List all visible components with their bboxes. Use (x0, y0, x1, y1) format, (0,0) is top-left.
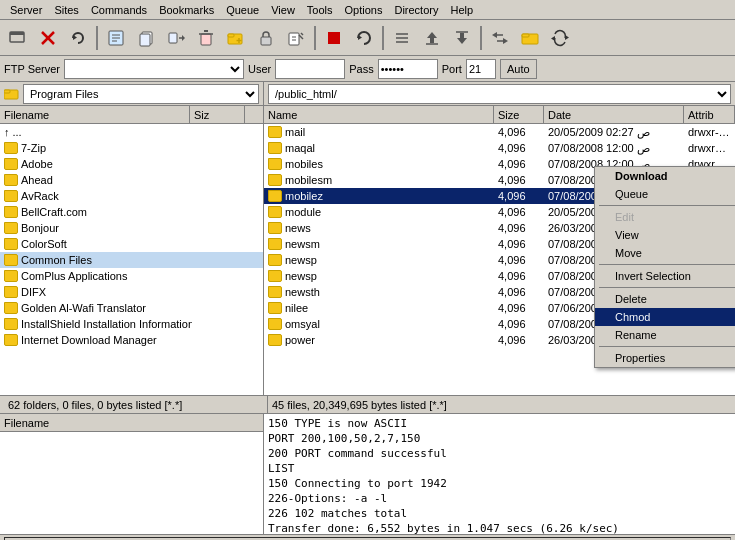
menu-queue[interactable]: Queue (220, 2, 265, 18)
left-list-item[interactable]: Bonjour (0, 220, 263, 236)
rename-btn[interactable] (282, 24, 310, 52)
svg-rect-21 (261, 37, 271, 45)
folder-icon (268, 302, 282, 314)
left-path-select[interactable]: Program Files (23, 84, 259, 104)
refresh-btn[interactable] (350, 24, 378, 52)
path-bar: Program Files /public_html/ (0, 82, 735, 106)
menu-bookmarks[interactable]: Bookmarks (153, 2, 220, 18)
svg-marker-13 (182, 35, 185, 41)
bottom-section: Filename 150 TYPE is now ASCIIPORT 200,1… (0, 414, 735, 534)
upload-btn[interactable] (418, 24, 446, 52)
context-menu-item-rename[interactable]: Rename (595, 326, 735, 344)
reconnect-btn[interactable] (64, 24, 92, 52)
folder-icon (268, 206, 282, 218)
left-list-item[interactable]: Ahead (0, 172, 263, 188)
right-col-size: Size (494, 106, 544, 123)
left-list-item[interactable]: Adobe (0, 156, 263, 172)
menu-options[interactable]: Options (339, 2, 389, 18)
status-bars: 62 folders, 0 files, 0 bytes listed [*.*… (0, 396, 735, 414)
right-file-panel: Name Size Date Attrib mail4,09620/05/200… (264, 106, 735, 395)
download-btn[interactable] (448, 24, 476, 52)
left-status: 62 folders, 0 files, 0 bytes listed [*.*… (4, 396, 268, 413)
log-line: Transfer done: 6,552 bytes in 1.047 secs… (268, 521, 731, 534)
folder2-btn[interactable] (516, 24, 544, 52)
menu-help[interactable]: Help (444, 2, 479, 18)
menu-directory[interactable]: Directory (388, 2, 444, 18)
log-line: 150 Connecting to port 1942 (268, 476, 731, 491)
disconnect-btn[interactable] (34, 24, 62, 52)
menu-view[interactable]: View (265, 2, 301, 18)
context-menu-item-properties[interactable]: Properties (595, 349, 735, 367)
new-connection-btn[interactable] (4, 24, 32, 52)
context-menu-item-download[interactable]: Download (595, 167, 735, 185)
context-menu-item-queue[interactable]: Queue (595, 185, 735, 203)
context-menu-separator (599, 264, 735, 265)
sep3 (382, 26, 384, 50)
delete-btn[interactable] (192, 24, 220, 52)
menu-commands[interactable]: Commands (85, 2, 153, 18)
server-select[interactable] (64, 59, 244, 79)
left-list-item[interactable]: DIFX (0, 284, 263, 300)
left-col-header: Filename Siz (0, 106, 263, 124)
left-file-list[interactable]: ↑...7-ZipAdobeAheadAvRackBellCraft.comBo… (0, 124, 263, 395)
left-list-item[interactable]: 7-Zip (0, 140, 263, 156)
right-list-item[interactable]: mail4,09620/05/2009 02:27 صdrwxr-xr-x (264, 124, 735, 140)
left-list-item[interactable]: AvRack (0, 188, 263, 204)
menu-tools[interactable]: Tools (301, 2, 339, 18)
user-input[interactable] (275, 59, 345, 79)
left-list-item[interactable]: Golden Al-Wafi Translator (0, 300, 263, 316)
folder-icon (4, 318, 18, 330)
svg-marker-32 (427, 32, 437, 38)
svg-line-26 (301, 33, 303, 35)
folder-icon (4, 222, 18, 234)
context-menu-item-invert-selection[interactable]: Invert Selection (595, 267, 735, 285)
menu-server[interactable]: Server (4, 2, 48, 18)
left-list-item[interactable]: Internet Download Manager (0, 332, 263, 348)
right-path-select[interactable]: /public_html/ (268, 84, 731, 104)
folder-icon (268, 142, 282, 154)
bottom-left-list[interactable] (0, 432, 263, 534)
folder-icon (4, 286, 18, 298)
permissions-btn[interactable] (252, 24, 280, 52)
sync-btn[interactable] (546, 24, 574, 52)
menu-sites[interactable]: Sites (48, 2, 84, 18)
svg-rect-14 (201, 34, 211, 45)
stop-btn[interactable] (320, 24, 348, 52)
site-manager-btn[interactable] (102, 24, 130, 52)
pass-input[interactable] (378, 59, 438, 79)
pass-label: Pass (349, 63, 373, 75)
context-menu-separator (599, 205, 735, 206)
bottom-left-header: Filename (0, 414, 263, 432)
bottom-right-panel: 150 TYPE is now ASCIIPORT 200,100,50,2,7… (264, 414, 735, 534)
left-list-item[interactable]: ↑... (0, 124, 263, 140)
arrows-btn[interactable] (486, 24, 514, 52)
left-list-item[interactable]: ColorSoft (0, 236, 263, 252)
sep1 (96, 26, 98, 50)
svg-rect-10 (140, 34, 150, 46)
folder-icon (4, 206, 18, 218)
context-menu-item-chmod[interactable]: Chmod (595, 308, 735, 326)
mkdir-btn[interactable] (222, 24, 250, 52)
left-list-item[interactable]: Common Files (0, 252, 263, 268)
left-list-item[interactable]: InstallShield Installation Information (0, 316, 263, 332)
context-menu-item-move[interactable]: Move (595, 244, 735, 262)
port-input[interactable] (466, 59, 496, 79)
main-content: Filename Siz ↑...7-ZipAdobeAheadAvRackBe… (0, 106, 735, 396)
auto-btn[interactable]: Auto (500, 59, 537, 79)
right-list-item[interactable]: maqal4,09607/08/2008 12:00 صdrwxrwxrwx (264, 140, 735, 156)
left-list-item[interactable]: BellCraft.com (0, 204, 263, 220)
copy-btn[interactable] (132, 24, 160, 52)
svg-marker-40 (503, 38, 508, 44)
context-menu-item-delete[interactable]: Delete (595, 290, 735, 308)
folder-icon (268, 334, 282, 346)
left-path: Program Files (0, 82, 264, 105)
right-col-attrib: Attrib (684, 106, 735, 123)
queue-btn[interactable] (388, 24, 416, 52)
svg-rect-33 (430, 38, 434, 43)
toolbar (0, 20, 735, 56)
folder-icon (4, 158, 18, 170)
svg-marker-44 (565, 35, 569, 40)
move-btn[interactable] (162, 24, 190, 52)
context-menu-item-view[interactable]: View (595, 226, 735, 244)
left-list-item[interactable]: ComPlus Applications (0, 268, 263, 284)
